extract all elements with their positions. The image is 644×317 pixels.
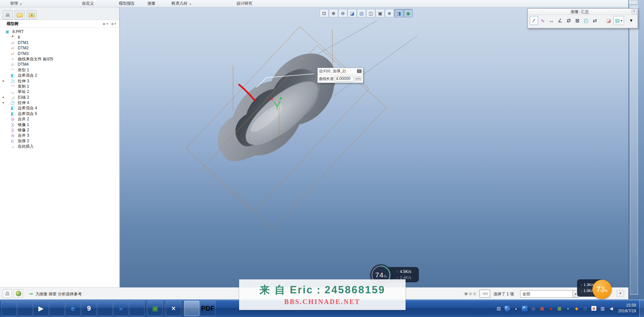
selection-filter-dropdown[interactable]: 全部 <box>520 290 573 298</box>
close-icon[interactable]: × <box>632 9 636 14</box>
tree-item[interactable]: ▱ DTM3 <box>0 51 119 56</box>
sphere-icon[interactable]: × <box>166 301 181 316</box>
tree-item[interactable]: ◠ 类型 1 <box>0 67 119 73</box>
sogou-icon[interactable]: 9 <box>81 301 97 316</box>
expand-arrow-icon[interactable]: ▶ <box>3 95 4 100</box>
model-tree-tab-icon[interactable]: 品 <box>3 10 13 20</box>
zoom-in-icon[interactable]: ⊕ <box>329 9 338 17</box>
tree-item[interactable]: )( 镜像 2 <box>0 127 119 133</box>
model-shell[interactable] <box>203 40 352 179</box>
tree-item[interactable]: → 在此插入 <box>0 144 119 149</box>
collapse-tooltip-button[interactable]: − <box>357 69 362 73</box>
expand-tray-icon[interactable]: ▴ <box>513 305 519 312</box>
favorites-tab-icon[interactable]: ∗ <box>27 10 37 20</box>
battery-percent-badge[interactable]: 73% <box>592 280 612 299</box>
volume-tool-icon[interactable]: ◰ <box>582 16 590 25</box>
tree-item[interactable]: ◠ 复制 1 <box>0 84 119 89</box>
model-canvas[interactable] <box>120 7 628 287</box>
ie-icon[interactable]: e <box>65 301 81 316</box>
csys-transform-tool-icon[interactable]: ⇄ <box>591 16 599 25</box>
datum-display-icon[interactable]: ⋇ <box>385 9 394 17</box>
tree-item[interactable]: ◡ 草绘 2 <box>0 89 119 94</box>
guard-tray-icon[interactable]: ◆ <box>573 305 580 312</box>
shield-tray-icon[interactable]: ◇ <box>530 305 537 312</box>
sphere-tray-icon[interactable]: ● <box>565 305 571 312</box>
ruler-tool-icon[interactable]: ∕ <box>530 16 538 25</box>
spin-center-icon[interactable]: ◉ <box>404 9 413 17</box>
tree-item[interactable]: ◧ 边界混合 5 <box>0 111 119 116</box>
media-player-icon[interactable]: ▶ <box>33 301 49 316</box>
tree-item[interactable]: ▶ ◳ 拉伸 3 <box>0 78 119 84</box>
keyboard-tray-icon[interactable]: ▤ <box>495 305 502 312</box>
mosaic-tray-icon[interactable]: ▦ <box>539 305 545 312</box>
expand-arrow-icon[interactable]: ▶ <box>3 78 4 84</box>
capture-icon[interactable]: ▣ <box>376 9 385 17</box>
pdf-icon[interactable]: PDF <box>200 301 215 316</box>
squares-tray-icon[interactable]: ▦ <box>556 305 563 312</box>
tree-item[interactable]: ◎ 合并 3 <box>0 133 119 138</box>
tree-item[interactable]: ▣ 8.PRT <box>0 29 119 34</box>
arrow-tray-icon[interactable]: ↗ <box>521 305 528 312</box>
help-tray-icon[interactable]: ? <box>504 305 511 312</box>
zoom-window-icon[interactable]: ⊡ <box>320 9 329 17</box>
tree-item[interactable]: ◧ 边界混合 2 <box>0 73 119 78</box>
green-window-icon[interactable]: ▣ <box>148 301 163 316</box>
folder-browser-tab-icon[interactable] <box>15 10 25 20</box>
expand-arrow-icon[interactable]: ▶ <box>3 100 4 105</box>
show-desktop-button[interactable] <box>639 300 644 317</box>
volume-tray-icon[interactable]: ◀ <box>608 305 615 312</box>
pointer-tray-icon[interactable]: ▲ <box>547 305 554 312</box>
statusbar-expand-icon[interactable]: ▼ <box>617 290 624 297</box>
save-tool-icon[interactable]: ▤ <box>613 16 624 25</box>
tree-item[interactable]: ⊏ 加厚 2 <box>0 138 119 144</box>
display-style-icon[interactable]: ▧ <box>357 9 366 17</box>
repaint-icon[interactable]: ◪ <box>348 9 357 17</box>
color-squares-icon[interactable] <box>129 301 145 316</box>
tray-clock[interactable]: 15:59 2016/7/19 <box>618 303 636 314</box>
tree-item[interactable]: ▶ ◿ 扫描 2 <box>0 95 119 100</box>
tree-item[interactable]: ≈ 曲线来自文件 标识5 <box>0 56 119 62</box>
explorer-icon[interactable] <box>17 301 33 316</box>
tree-item[interactable]: ▶ ◳ 拉伸 4 <box>0 100 119 105</box>
saved-views-icon[interactable]: ◫ <box>366 9 375 17</box>
datum-axes-icon: * <box>10 34 15 40</box>
zoom-out-icon[interactable]: ⊖ <box>338 9 347 17</box>
diameter-tool-icon[interactable]: Ø <box>564 16 573 25</box>
curve-length-value[interactable]: 4.00000 <box>335 76 354 82</box>
qq-browser-icon[interactable] <box>49 301 65 316</box>
tree-item[interactable]: )( 镜像 1 <box>0 122 119 127</box>
start-orb[interactable] <box>1 301 17 316</box>
point-distance-tool-icon[interactable]: ↔ <box>547 16 555 25</box>
menu-item[interactable]: 测量 <box>144 0 159 7</box>
area-tool-icon[interactable]: ⊠ <box>573 16 581 25</box>
expand-panel-icon[interactable]: ▼ <box>627 16 635 25</box>
menu-item[interactable]: 模型报告 <box>116 0 138 7</box>
tree-toggle-icon[interactable]: 品 <box>3 289 12 298</box>
web-browser-icon[interactable] <box>14 289 23 298</box>
bird-icon[interactable]: » <box>113 301 129 316</box>
menu-item[interactable]: 检查几何 <box>168 0 195 7</box>
tree-item[interactable]: ▱ DTM2 <box>0 45 119 51</box>
curve-length-tool-icon[interactable]: ∿ <box>538 16 547 25</box>
eraser-tool-icon[interactable]: ◪ <box>605 16 613 25</box>
tree-item[interactable]: ▱ DTM4 <box>0 62 119 67</box>
scrollbar-track[interactable] <box>630 5 638 295</box>
menu-item[interactable]: 自定义 <box>79 0 97 7</box>
winrar-icon[interactable] <box>97 301 113 316</box>
tree-display-icon[interactable]: ≡ <box>111 22 116 26</box>
flag-tray-icon[interactable]: ⊠ <box>591 305 597 312</box>
annotation-display-icon[interactable]: ◨ <box>394 9 403 17</box>
angle-tool-icon[interactable]: ∠ <box>556 16 564 25</box>
graphics-viewport[interactable]: ⊡⊕⊖◪▧◫▣⋇◨◉ 边:F20...加厚_2) − 曲线长度 4.00000 … <box>120 7 628 287</box>
dict-tray-icon[interactable]: ▤ <box>582 305 589 312</box>
tree-item[interactable]: * 8 <box>0 34 119 40</box>
menu-item[interactable]: 设计研究 <box>233 0 256 7</box>
tree-item[interactable]: ◎ 合并 2 <box>0 116 119 122</box>
tree-item[interactable]: ◧ 边界混合 4 <box>0 105 119 111</box>
tree-item[interactable]: ▱ DTM1 <box>0 40 119 45</box>
tree-settings-icon[interactable]: ∗ <box>102 22 108 26</box>
cad-thumbnail-icon[interactable] <box>184 301 199 316</box>
find-icon[interactable]: ∩∩ <box>480 290 490 298</box>
network-tray-icon[interactable]: ▥ <box>599 305 606 312</box>
menu-item[interactable]: 管理 <box>7 0 25 7</box>
